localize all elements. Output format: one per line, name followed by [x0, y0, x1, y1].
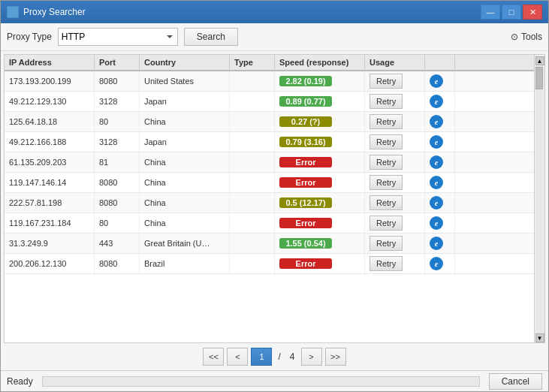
speed-badge: 0.89 (0.77): [279, 96, 332, 107]
minimize-button[interactable]: —: [481, 5, 500, 20]
cell-speed: 0.27 (?): [275, 112, 365, 131]
speed-badge: Error: [279, 258, 332, 269]
toolbar: Proxy Type HTTP HTTPS SOCKS4 SOCKS5 Sear…: [1, 23, 548, 51]
ie-icon[interactable]: e: [430, 176, 443, 189]
first-page-button[interactable]: <<: [203, 348, 224, 366]
maximize-button[interactable]: □: [502, 5, 521, 20]
scrollbar-track[interactable]: [535, 65, 544, 333]
proxy-type-label: Proxy Type: [7, 32, 52, 42]
cell-retry: Retry: [365, 254, 425, 273]
cell-type: [230, 254, 275, 273]
speed-badge: 0.5 (12.17): [279, 198, 332, 208]
status-text: Ready: [7, 376, 33, 387]
cell-port: 80: [95, 112, 140, 131]
col-speed: Speed (response): [275, 55, 365, 70]
cell-country: China: [140, 213, 230, 233]
retry-button[interactable]: Retry: [370, 114, 403, 129]
retry-button[interactable]: Retry: [370, 216, 403, 231]
ie-icon[interactable]: e: [430, 155, 443, 169]
cell-ie: e: [425, 132, 455, 152]
cell-port: 8080: [95, 254, 140, 273]
cell-country: China: [140, 152, 230, 172]
retry-button[interactable]: Retry: [370, 94, 403, 109]
speed-badge: 1.55 (0.54): [279, 238, 332, 249]
cell-country: China: [140, 112, 230, 131]
cell-type: [230, 112, 275, 131]
speed-badge: Error: [279, 177, 332, 188]
cancel-button[interactable]: Cancel: [489, 373, 542, 390]
retry-button[interactable]: Retry: [370, 195, 403, 210]
ie-icon[interactable]: e: [430, 257, 443, 270]
table-row: 119.167.231.18480ChinaErrorRetrye: [5, 213, 534, 234]
titlebar-controls: — □ ✕: [481, 5, 542, 20]
close-button[interactable]: ✕: [523, 5, 542, 20]
ie-icon[interactable]: e: [430, 74, 443, 88]
next-page-button[interactable]: >: [301, 348, 322, 366]
cell-country: Japan: [140, 132, 230, 152]
retry-button[interactable]: Retry: [370, 134, 403, 149]
window-title: Proxy Searcher: [23, 7, 86, 17]
ie-icon[interactable]: e: [430, 237, 443, 250]
cell-retry: Retry: [365, 132, 425, 152]
statusbar: Ready Cancel: [1, 370, 548, 391]
ie-icon[interactable]: e: [430, 95, 443, 108]
cell-speed: Error: [275, 213, 365, 233]
cell-retry: Retry: [365, 173, 425, 192]
cell-ie: e: [425, 71, 455, 91]
table-row: 119.147.146.148080ChinaErrorRetrye: [5, 173, 534, 193]
cell-type: [230, 193, 275, 213]
cell-retry: Retry: [365, 213, 425, 233]
cell-retry: Retry: [365, 71, 425, 91]
ie-icon[interactable]: e: [430, 115, 443, 128]
titlebar: Proxy Searcher — □ ✕: [1, 1, 548, 23]
ie-icon[interactable]: e: [430, 135, 443, 149]
cell-ie: e: [425, 254, 455, 273]
ie-icon[interactable]: e: [430, 216, 443, 230]
retry-button[interactable]: Retry: [370, 256, 403, 271]
retry-button[interactable]: Retry: [370, 74, 403, 89]
cell-ip: 49.212.129.130: [5, 92, 95, 111]
current-page-button[interactable]: 1: [251, 348, 272, 366]
last-page-button[interactable]: >>: [325, 348, 346, 366]
cell-retry: Retry: [365, 193, 425, 213]
cell-ip: 61.135.209.203: [5, 152, 95, 172]
scrollbar-up[interactable]: ▲: [535, 56, 544, 65]
cell-country: China: [140, 173, 230, 192]
cell-type: [230, 132, 275, 152]
table-row: 222.57.81.1988080China0.5 (12.17)Retrye: [5, 193, 534, 213]
cell-port: 8080: [95, 193, 140, 213]
retry-button[interactable]: Retry: [370, 155, 403, 170]
col-country: Country: [140, 55, 230, 70]
cell-ie: e: [425, 112, 455, 131]
cell-ie: e: [425, 193, 455, 213]
scrollbar-down[interactable]: ▼: [535, 333, 544, 342]
proxy-type-select[interactable]: HTTP HTTPS SOCKS4 SOCKS5: [58, 28, 178, 46]
tools-circle-icon: ⊙: [511, 32, 518, 42]
tools-label: Tools: [521, 32, 542, 42]
ie-icon[interactable]: e: [430, 196, 443, 210]
cell-speed: 2.82 (0.19): [275, 71, 365, 91]
cell-speed: 0.89 (0.77): [275, 92, 365, 111]
cell-ip: 49.212.166.188: [5, 132, 95, 152]
cell-retry: Retry: [365, 234, 425, 253]
speed-badge: 2.82 (0.19): [279, 76, 332, 86]
col-type: Type: [230, 55, 275, 70]
cell-port: 81: [95, 152, 140, 172]
tools-button[interactable]: ⊙ Tools: [511, 32, 542, 42]
scrollbar-thumb[interactable]: [535, 67, 543, 89]
total-pages: 4: [287, 351, 298, 362]
cell-port: 8080: [95, 173, 140, 192]
cell-retry: Retry: [365, 92, 425, 111]
prev-page-button[interactable]: <: [227, 348, 248, 366]
table-body: 173.193.200.1998080United States2.82 (0.…: [5, 71, 534, 339]
cell-country: Japan: [140, 92, 230, 111]
retry-button[interactable]: Retry: [370, 175, 403, 190]
cell-port: 3128: [95, 92, 140, 111]
retry-button[interactable]: Retry: [370, 236, 403, 251]
cell-port: 8080: [95, 71, 140, 91]
search-button[interactable]: Search: [184, 28, 238, 46]
cell-type: [230, 213, 275, 233]
cell-ip: 200.206.12.130: [5, 254, 95, 273]
cell-ip: 173.193.200.199: [5, 71, 95, 91]
cell-speed: Error: [275, 173, 365, 192]
